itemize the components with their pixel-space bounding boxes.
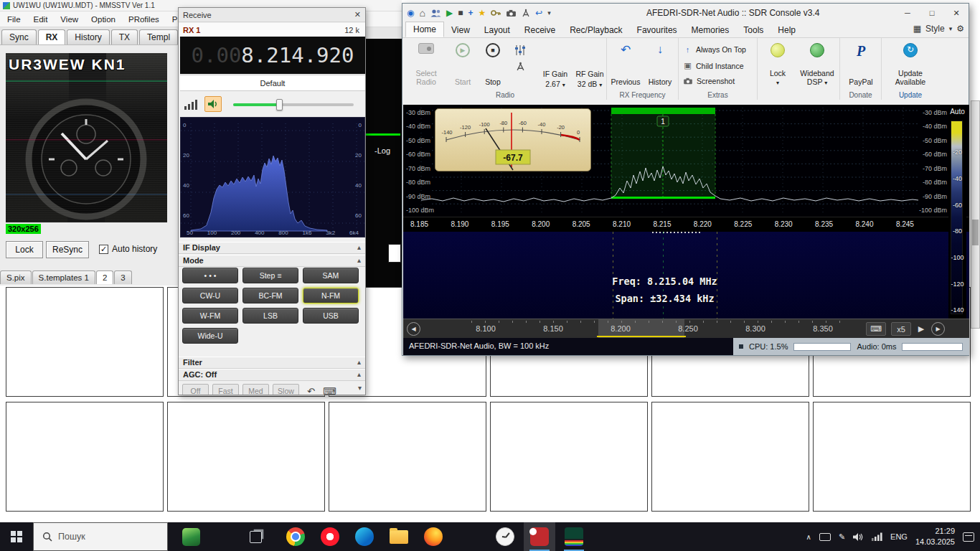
resync-button[interactable]: ReSync [46,241,89,258]
close-button[interactable]: ✕ [944,4,969,22]
update-available-button[interactable]: ↻ UpdateAvailable [887,42,933,88]
camera-icon[interactable] [506,9,517,17]
taskbar-search[interactable]: Пошук [33,522,168,551]
tab-home[interactable]: Home [405,22,444,37]
previous-button[interactable]: ↶ Previous [608,42,643,88]
antenna-button[interactable] [513,60,527,72]
add-icon[interactable]: + [468,9,473,17]
sdr-titlebar[interactable]: ◉ ⌂ ▶ ■ + ★ ↩ [402,4,969,22]
child-instance-button[interactable]: ▣ Child Instance [683,61,744,70]
taskbar-app-chrome[interactable] [280,522,311,551]
home-icon[interactable]: ⌂ [419,8,425,18]
frequency-display[interactable]: 0.00 8.214.920 [180,37,365,74]
chevron-up-icon[interactable]: ▴ [357,358,361,366]
mode-lsb-button[interactable]: LSB [242,308,298,324]
hidden-icons-chevron[interactable]: ∧ [806,533,811,541]
mode-sam-button[interactable]: SAM [303,268,359,283]
taskbar-widget-thumbnail[interactable] [175,522,207,551]
tab-tx[interactable]: TX [111,29,138,44]
mode-nfm-button[interactable]: N-FM [303,288,359,303]
tab-history[interactable]: History [67,29,109,44]
start-button[interactable] [0,522,33,551]
task-view-button[interactable] [240,522,271,551]
network-icon[interactable] [872,532,882,541]
style-icon[interactable]: ▦ [913,24,921,34]
auto-scale-label[interactable]: Auto [948,105,966,116]
taskbar-app-clock[interactable] [489,522,521,551]
paypal-button[interactable]: P PayPal [843,42,879,88]
menu-file[interactable]: File [7,15,21,24]
mode-bcfm-button[interactable]: BC-FM [242,288,298,303]
history-thumbnail[interactable] [651,402,809,512]
auto-history-checkbox[interactable]: ✓ Auto history [99,244,157,254]
maximize-button[interactable]: □ [920,4,944,22]
taskbar-app-sdr-console[interactable] [524,522,555,551]
tab-memories[interactable]: Memories [684,23,737,37]
levels-icon[interactable] [184,100,197,110]
vertical-scrollbar[interactable] [971,100,980,329]
mode-step-button[interactable]: Step ≡ [242,268,298,283]
scrollbar-thumb[interactable] [972,220,979,245]
band-scroll-right-button[interactable]: ▶ [931,322,945,336]
section-filter[interactable]: Filter ▴ [179,357,365,369]
menu-edit[interactable]: Edit [34,15,48,24]
history-thumbnail[interactable] [490,402,648,512]
antenna-icon[interactable] [522,9,530,17]
menu-option[interactable]: Option [91,15,116,24]
select-radio-button[interactable]: Select Radio [407,42,446,88]
tab-help[interactable]: Help [771,23,803,37]
scroll-down-icon[interactable]: ▾ [358,384,362,392]
undo-icon[interactable]: ↶ [307,386,315,396]
key-icon[interactable] [491,9,501,17]
tab-sync[interactable]: Sync [1,29,37,44]
close-icon[interactable]: ✕ [354,10,361,19]
undo-icon[interactable]: ↩ [535,9,542,17]
chevron-up-icon[interactable]: ▴ [357,370,361,378]
history-thumbnail[interactable] [167,402,325,512]
band-navigation-bar[interactable]: ◀ 8.100 8.150 8.200 8.250 8.300 8.350 ⌨ … [403,319,969,338]
favourite-icon[interactable]: ★ [478,9,486,17]
keyboard-icon[interactable]: ⌨ [323,386,336,396]
taskbar-clock[interactable]: 21:29 14.03.2025 [915,526,955,547]
language-indicator[interactable]: ENG [890,532,908,541]
history-thumbnail[interactable] [6,287,164,397]
style-chevron-icon[interactable]: ▾ [949,25,953,32]
tab-page-2[interactable]: 2 [96,270,113,284]
wideband-dsp-button[interactable]: WidebandDSP ▾ [798,42,837,88]
band-scroll-left-button[interactable]: ◀ [407,322,420,336]
lock-button[interactable]: Lock▾ [762,42,793,88]
mode-usb-button[interactable]: USB [303,308,359,324]
waterfall-colour-scale[interactable]: Auto -20 -40 -60 -80 -100 -120 -140 [948,105,966,319]
history-button[interactable]: ↓ History [644,42,676,88]
agc-off-button[interactable]: Off [182,384,209,395]
mode-cwu-button[interactable]: CW-U [182,288,238,303]
preset-selector[interactable]: Default [180,75,365,91]
mode-wfm-button[interactable]: W-FM [182,308,238,324]
section-agc[interactable]: AGC: Off ▴ [179,369,365,381]
rf-spectrum-display[interactable]: 1 -30 dBm -40 dBm -50 dBm -60 dBm -70 dB… [403,105,969,217]
notifications-icon[interactable] [963,532,974,542]
taskbar-app-explorer[interactable] [383,522,415,551]
agc-med-button[interactable]: Med [242,384,269,395]
if-gain-dropdown[interactable]: IF Gain 2.67 ▾ [537,70,573,89]
waterfall-display[interactable]: Freq: 8.215.04 MHz Span: ±32.434 kHz [403,232,969,319]
taskbar-app-edge[interactable] [349,522,380,551]
section-mode[interactable]: Mode ▴ [179,255,365,267]
users-icon[interactable] [430,9,441,17]
chevron-up-icon[interactable]: ▴ [357,243,361,251]
radio-icon[interactable]: ◉ [407,9,414,17]
lock-button[interactable]: Lock [6,241,43,258]
agc-fast-button[interactable]: Fast [212,384,239,395]
checkbox-check-icon[interactable]: ✓ [99,245,108,254]
stop-button[interactable]: ■ Stop [479,42,507,88]
rx-marker-number[interactable]: 1 [661,118,665,126]
mode-wideu-button[interactable]: Wide-U [182,328,238,344]
taskbar-app-firefox[interactable] [418,522,449,551]
qat-chevron-icon[interactable]: ▾ [547,10,551,17]
taskbar-app-mmsstv[interactable] [558,522,590,551]
zoom-arrow-button[interactable]: ▶ [915,322,928,336]
screenshot-button[interactable]: Screenshot [683,77,735,85]
volume-slider[interactable] [233,103,354,106]
keyboard-entry-button[interactable]: ⌨ [866,322,886,336]
rf-gain-dropdown[interactable]: RF Gain 32 dB ▾ [572,70,608,89]
